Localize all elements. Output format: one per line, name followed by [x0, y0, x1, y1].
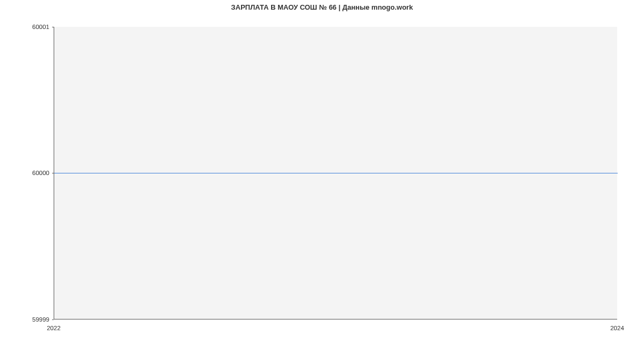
plot-area — [54, 27, 617, 319]
salary-line-chart: ЗАРПЛАТА В МАОУ СОШ № 66 | Данные mnogo.… — [0, 0, 644, 349]
data-line — [54, 173, 618, 173]
chart-title: ЗАРПЛАТА В МАОУ СОШ № 66 | Данные mnogo.… — [0, 3, 644, 11]
x-tick-label: 2022 — [47, 325, 61, 331]
y-tick — [52, 319, 54, 320]
y-tick-label: 60000 — [0, 170, 49, 176]
y-tick-label: 60001 — [0, 24, 49, 30]
x-tick-label: 2024 — [610, 325, 624, 331]
y-tick-label: 59999 — [0, 316, 49, 323]
